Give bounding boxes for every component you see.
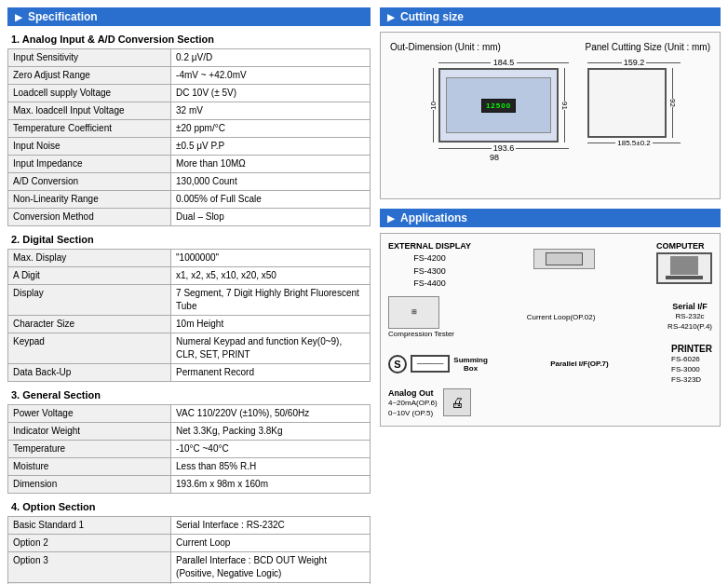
out-dimension-diagram: 184.5 10 — [420, 58, 569, 162]
specification-header: ▶ Specification — [7, 7, 371, 26]
computer-icon — [656, 252, 712, 284]
dim-159-2: 159.2 — [624, 58, 645, 67]
app-arrow-icon: ▶ — [387, 213, 395, 224]
table-row: Option 3Parallel Interface : BCD OUT Wei… — [8, 552, 371, 583]
right-column: ▶ Cutting size Out-Dimension (Unit : mm)… — [380, 7, 721, 584]
serial-models: RS-232c RS-4210(P.4) — [667, 311, 712, 332]
table-row: Power VoltageVAC 110/220V (±10%), 50/60H… — [8, 405, 371, 423]
spec-value: 193.6m x 98m x 160m — [171, 476, 371, 494]
dim-92: 92 — [668, 99, 677, 107]
panel-cutting-diagram: 159.2 92 — [587, 58, 681, 147]
s-circle: S — [388, 355, 407, 373]
spec-label: Conversion Method — [8, 209, 171, 226]
display-value: 12500 — [481, 99, 516, 113]
cutting-arrow-icon: ▶ — [387, 12, 395, 22]
table-row: KeypadNumeral Keypad and function Key(0~… — [8, 333, 371, 364]
current-loop-label: Current Loop(OP.02) — [527, 313, 596, 321]
spec-value: x1, x2, x5, x10, x20, x50 — [171, 267, 371, 285]
spec-value: 10m Height — [171, 316, 371, 333]
spec-label: Keypad — [8, 333, 171, 364]
spec-label: Input Impedance — [8, 156, 171, 173]
spec-label: Input Sensitivity — [8, 49, 171, 67]
spec-table: Basic Standard 1Serial Interface : RS-23… — [7, 516, 371, 584]
printer-label: PRINTER — [671, 344, 712, 354]
cutting-title: Cutting size — [400, 10, 464, 23]
spec-value: -4mV ~ +42.0mV — [171, 67, 371, 85]
dim-193-6: 193.6 — [493, 143, 515, 153]
spec-value: DC 10V (± 5V) — [171, 85, 371, 102]
computer-group: COMPUTER — [656, 241, 712, 286]
spec-label: Zero Adjust Range — [8, 67, 171, 85]
cutting-header: ▶ Cutting size — [380, 7, 721, 26]
spec-value: 7 Segment, 7 Digit Highly Bright Fluores… — [171, 285, 371, 316]
cutting-size-section: ▶ Cutting size Out-Dimension (Unit : mm)… — [380, 7, 721, 199]
spec-label: Temperature — [8, 441, 171, 458]
spec-label: Indicator Weight — [8, 423, 171, 441]
dim-98-label: 98 — [420, 153, 569, 162]
table-row: Zero Adjust Range-4mV ~ +42.0mV — [8, 67, 371, 85]
spec-value: Less than 85% R.H — [171, 458, 371, 476]
spec-value: Serial Interface : RS-232C — [171, 517, 371, 535]
spec-value: Dual – Slop — [171, 209, 371, 226]
table-row: Character Size10m Height — [8, 316, 371, 333]
spec-value: Current Loop — [171, 535, 371, 552]
spec-value: Numeral Keypad and function Key(0~9), CL… — [171, 333, 371, 364]
table-row: MoistureLess than 85% R.H — [8, 458, 371, 476]
ext-models: FS-4200 FS-4300 FS-4400 — [388, 252, 471, 291]
spec-label: Max. Display — [8, 250, 171, 267]
spec-value: 32 mV — [171, 102, 371, 120]
subsection-title: 3. General Section — [11, 389, 371, 401]
spec-label: A Digit — [8, 267, 171, 285]
summing-box-icon: ───── — [411, 355, 450, 373]
spec-label: Loadcell supply Voltage — [8, 85, 171, 102]
parallel-if-label: Parallel I/F(OP.7) — [550, 360, 609, 368]
table-row: Max. Display"1000000" — [8, 250, 371, 267]
subsection-title: 4. Option Section — [11, 501, 371, 512]
applications-diagram: EXTERNAL DISPLAY FS-4200 FS-4300 FS-4400 — [380, 233, 721, 427]
spec-label: Option 3 — [8, 552, 171, 583]
table-row: Dimension193.6m x 98m x 160m — [8, 476, 371, 494]
cutting-diagram: Out-Dimension (Unit : mm) Panel Cutting … — [380, 32, 721, 199]
external-display-title: EXTERNAL DISPLAY — [388, 241, 471, 251]
table-row: Loadcell supply VoltageDC 10V (± 5V) — [8, 85, 371, 102]
current-loop-group: Current Loop(OP.02) — [527, 313, 596, 321]
spec-value: "1000000" — [171, 250, 371, 267]
external-display-group: EXTERNAL DISPLAY FS-4200 FS-4300 FS-4400 — [388, 241, 471, 291]
spec-value: 0.2 μV/D — [171, 49, 371, 67]
spec-label: Non-Linearity Range — [8, 191, 171, 209]
analog-out-group: Analog Out 4~20mA(OP.6) 0~10V (OP.5) 🖨 — [388, 388, 712, 418]
spec-table: Max. Display"1000000"A Digitx1, x2, x5, … — [7, 249, 371, 382]
specification-section: ▶ Specification 1. Analog Input & A/D Co… — [7, 7, 371, 584]
analog-out-label-group: Analog Out 4~20mA(OP.6) 0~10V (OP.5) — [388, 388, 438, 418]
spec-value: More than 10MΩ — [171, 156, 371, 173]
spec-arrow-icon: ▶ — [15, 12, 22, 22]
table-row: Conversion MethodDual – Slop — [8, 209, 371, 226]
summing-box-label: Summing Box — [453, 356, 487, 373]
table-row: Non-Linearity Range0.005% of Full Scale — [8, 191, 371, 209]
display-screen-box — [533, 249, 595, 269]
analog-out-label: Analog Out — [388, 388, 438, 398]
spec-value: ±20 ppm/°C — [171, 120, 371, 138]
summing-box-group: S ───── Summing Box — [388, 355, 488, 373]
spec-value: Parallel Interface : BCD OUT Weight (Pos… — [171, 552, 371, 583]
spec-value: ±0.5 μV P.P — [171, 138, 371, 156]
spec-label: Moisture — [8, 458, 171, 476]
spec-label: Dimension — [8, 476, 171, 494]
printer-group: PRINTER FS-6026 FS-3000 FS-323D — [671, 344, 712, 386]
table-row: Max. loadcell Input Voltage32 mV — [8, 102, 371, 120]
computer-label: COMPUTER — [656, 241, 712, 251]
serial-if-label: Serial I/F — [667, 302, 712, 311]
spec-table: Input Sensitivity0.2 μV/DZero Adjust Ran… — [7, 48, 371, 226]
printer-device-icon: 🖨 — [443, 388, 471, 416]
spec-value: Net 3.3Kg, Packing 3.8Kg — [171, 423, 371, 441]
spec-label: Data Back-Up — [8, 364, 171, 382]
spec-label: Display — [8, 285, 171, 316]
spec-value: Permanent Record — [171, 364, 371, 382]
spec-value: -10°C ~40°C — [171, 441, 371, 458]
spec-label: A/D Conversion — [8, 173, 171, 191]
compression-tester-group: ⊞ Compression Tester — [388, 296, 454, 338]
table-row: Display7 Segment, 7 Digit Highly Bright … — [8, 285, 371, 316]
dim-184-5: 184.5 — [493, 58, 515, 67]
cutting-dim-labels: Out-Dimension (Unit : mm) Panel Cutting … — [390, 42, 710, 52]
subsection-title: 1. Analog Input & A/D Conversion Section — [11, 34, 371, 45]
